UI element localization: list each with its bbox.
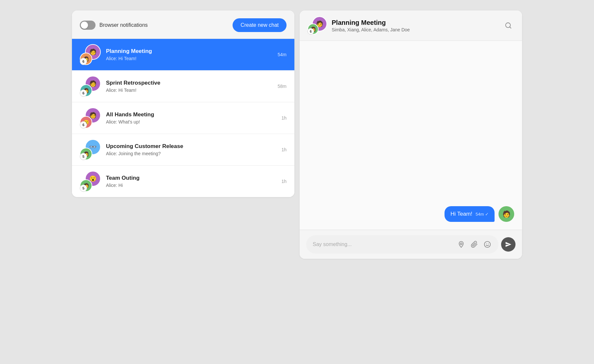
chat-info: Sprint Retrospective Alice: Hi Team! <box>106 80 274 93</box>
app-container: Browser notifications Create new chat 🧑 … <box>0 0 594 364</box>
chat-members: Simba, Xiang, Alice, Adams, Jane Doe <box>332 27 498 32</box>
member-count-badge: 6 <box>80 90 87 97</box>
chat-name: Team Outing <box>106 175 277 181</box>
chat-title: Planning Meeting <box>332 19 498 26</box>
chat-item-planning-meeting[interactable]: 🧑 👩 6 Planning Meeting Alice: Hi Team! 5… <box>72 39 294 71</box>
chat-info: Team Outing Alice: Hi <box>106 175 277 188</box>
read-checkmark: ✓ <box>485 212 489 217</box>
send-icon <box>505 241 512 248</box>
chat-preview: Alice: Hi Team! <box>106 88 274 93</box>
chat-info: All Hands Meeting Alice: What's up! <box>106 111 277 124</box>
chat-time: 1h <box>281 179 287 184</box>
chat-time: 1h <box>281 147 287 152</box>
member-count-badge: 5 <box>80 153 87 160</box>
browser-notifications-toggle[interactable] <box>80 21 96 30</box>
chat-time: 58m <box>278 84 287 89</box>
chat-preview: Alice: Joining the meeting? <box>106 151 277 156</box>
chat-preview: Alice: Hi Team! <box>106 56 274 61</box>
chat-item-team-outing[interactable]: 😮 🧑 5 Team Outing Alice: Hi 1h <box>72 166 294 197</box>
messages-area: Hi Team! 54m ✓ 🧑 <box>300 41 522 230</box>
left-header: Browser notifications Create new chat <box>72 10 294 39</box>
chat-name: Sprint Retrospective <box>106 80 274 86</box>
chat-info: Planning Meeting Alice: Hi Team! <box>106 48 274 61</box>
search-button[interactable] <box>502 20 514 31</box>
input-area <box>300 230 522 259</box>
notif-toggle-area: Browser notifications <box>80 21 148 30</box>
avatar-stack: 🧑 👩 6 <box>80 76 101 97</box>
message-input[interactable] <box>313 241 453 247</box>
send-button[interactable] <box>501 237 515 252</box>
message-row: Hi Team! 54m ✓ 🧑 <box>307 206 514 222</box>
chat-item-sprint-retrospective[interactable]: 🧑 👩 6 Sprint Retrospective Alice: Hi Tea… <box>72 71 294 102</box>
avatar-stack: 😮 🧑 5 <box>80 171 101 192</box>
chat-name: All Hands Meeting <box>106 111 277 118</box>
right-avatar-stack: 🧑 👩 6 <box>307 16 327 35</box>
attach-icon[interactable] <box>470 240 479 249</box>
chat-list: 🧑 👩 6 Planning Meeting Alice: Hi Team! 5… <box>72 39 294 197</box>
chat-time: 1h <box>281 115 287 121</box>
avatar-stack: 🧑 😮 6 <box>80 108 101 128</box>
svg-point-2 <box>460 243 462 245</box>
location-icon[interactable] <box>457 240 466 249</box>
emoji-icon[interactable] <box>483 240 492 249</box>
right-panel: 🧑 👩 6 Planning Meeting Simba, Xiang, Ali… <box>300 10 522 259</box>
message-meta: 54m ✓ <box>476 212 489 217</box>
left-panel: Browser notifications Create new chat 🧑 … <box>72 10 294 197</box>
right-header: 🧑 👩 6 Planning Meeting Simba, Xiang, Ali… <box>300 10 522 41</box>
chat-name: Upcoming Customer Release <box>106 143 277 150</box>
right-header-info: Planning Meeting Simba, Xiang, Alice, Ad… <box>332 19 498 32</box>
chat-preview: Alice: Hi <box>106 183 277 188</box>
svg-point-3 <box>484 241 490 247</box>
message-text: Hi Team! <box>450 211 472 217</box>
svg-line-1 <box>510 27 511 28</box>
member-count-badge: 6 <box>80 121 87 128</box>
chat-item-all-hands-meeting[interactable]: 🧑 😮 6 All Hands Meeting Alice: What's up… <box>72 102 294 134</box>
chat-name: Planning Meeting <box>106 48 274 55</box>
avatar-stack: 👓 👩 5 <box>80 139 101 160</box>
search-icon <box>505 22 512 29</box>
chat-preview: Alice: What's up! <box>106 119 277 124</box>
right-count-badge: 6 <box>307 28 314 35</box>
chat-time: 54m <box>278 52 287 57</box>
notif-label: Browser notifications <box>99 22 148 28</box>
message-bubble: Hi Team! 54m ✓ <box>445 206 495 222</box>
avatar-stack: 🧑 👩 6 <box>80 44 101 65</box>
create-new-chat-button[interactable]: Create new chat <box>233 18 287 32</box>
chat-item-upcoming-customer-release[interactable]: 👓 👩 5 Upcoming Customer Release Alice: J… <box>72 134 294 166</box>
member-count-badge: 6 <box>80 58 87 65</box>
member-count-badge: 5 <box>80 185 87 192</box>
chat-info: Upcoming Customer Release Alice: Joining… <box>106 143 277 156</box>
message-input-wrap <box>306 235 498 254</box>
sender-avatar: 🧑 <box>498 206 514 222</box>
